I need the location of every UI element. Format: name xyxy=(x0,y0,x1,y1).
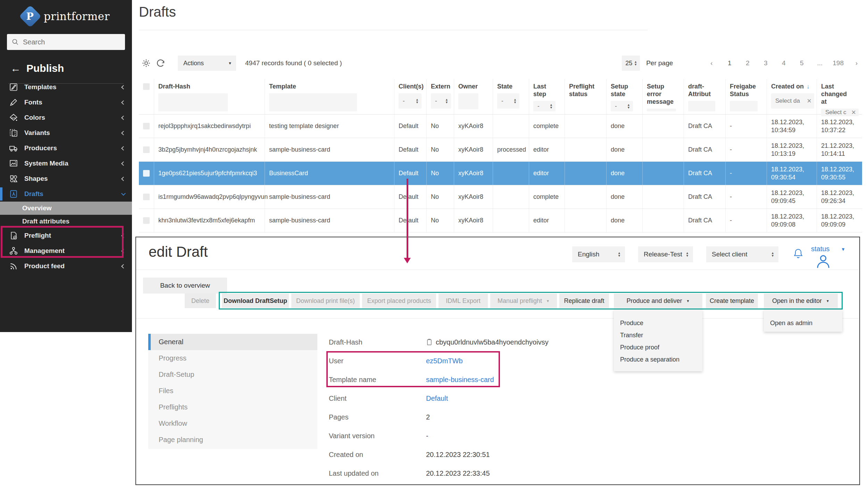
menu-item-produce[interactable]: Produce xyxy=(614,317,702,329)
sidebar-item-product-feed[interactable]: Product feed xyxy=(0,259,132,274)
filter-owner[interactable] xyxy=(458,93,478,109)
sidebar-item-draft-attributes[interactable]: Draft attributes xyxy=(0,215,132,228)
per-page-select[interactable]: 25 ▲▼ xyxy=(622,56,640,71)
sidebar-item-system-media[interactable]: System Media xyxy=(0,156,132,171)
sidebar-back-publish[interactable]: ← Publish xyxy=(10,62,132,74)
sidebar-item-shapes[interactable]: Shapes xyxy=(0,171,132,186)
sidebar-item-colors[interactable]: Colors xyxy=(0,110,132,125)
release-select[interactable]: Release-Test ▲▼ xyxy=(638,246,693,262)
cell-setup-state: done xyxy=(607,115,643,138)
sidebar-search[interactable]: Search xyxy=(7,34,125,50)
page-3[interactable]: 3 xyxy=(760,59,771,67)
tab-preflights[interactable]: Preflights xyxy=(148,399,317,415)
table-row[interactable]: rejol3ppphxjrq1sakcbedirwsdytrpi testing… xyxy=(139,115,862,138)
filter-clients[interactable]: -▲▼ xyxy=(399,93,422,109)
cell-preflight-status xyxy=(565,185,607,209)
table-row[interactable]: khn3nlutwi3fevtlzx8m5xfej6ekapfm sample-… xyxy=(139,209,862,232)
table-row[interactable]: is1rmgumdw96awadq2pvp6qlpyngyvun sample-… xyxy=(139,185,862,209)
download-draftsetup-button[interactable]: Download DraftSetup xyxy=(222,294,289,308)
template-link[interactable]: sample-business-card xyxy=(426,376,494,384)
row-checkbox[interactable] xyxy=(143,217,150,224)
actions-dropdown[interactable]: Actions ▼ xyxy=(178,56,236,71)
tab-general[interactable]: General xyxy=(148,334,317,350)
page-198[interactable]: 198 xyxy=(833,59,844,67)
row-checkbox[interactable] xyxy=(143,146,150,153)
filter-created-on[interactable]: Select da× xyxy=(771,93,814,109)
client-select[interactable]: Select client ▲▼ xyxy=(706,246,778,262)
cell-last-step: complete xyxy=(529,115,565,138)
filter-draft-attribut[interactable] xyxy=(688,101,715,111)
prev-page-icon[interactable]: ‹ xyxy=(706,59,717,67)
menu-item-open-as-admin[interactable]: Open as admin xyxy=(764,317,842,329)
back-to-overview-button[interactable]: Back to overview xyxy=(143,278,227,294)
tab-page-planning[interactable]: Page planning xyxy=(148,432,317,448)
page-5[interactable]: 5 xyxy=(796,59,807,67)
tab-files[interactable]: Files xyxy=(148,383,317,399)
replicate-draft-button[interactable]: Replicate draft xyxy=(559,294,609,308)
table-row-selected[interactable]: 1ge0ps621pies5ujur9pfchfpmrkcqi3 Busines… xyxy=(139,162,862,185)
sidebar-item-fonts[interactable]: Fonts xyxy=(0,95,132,110)
row-checkbox[interactable] xyxy=(143,194,150,200)
idml-export-button[interactable]: IDML Export xyxy=(439,294,488,308)
status-dropdown[interactable]: status xyxy=(811,245,829,253)
filter-freigabe-status[interactable] xyxy=(730,101,758,111)
download-print-files-button[interactable]: Download print file(s) xyxy=(291,294,360,308)
sort-desc-icon[interactable]: ↓ xyxy=(807,83,810,90)
export-placed-products-button[interactable]: Export placed products xyxy=(362,294,436,308)
management-icon xyxy=(8,246,19,255)
clear-icon[interactable]: × xyxy=(807,97,811,105)
filter-state[interactable]: -▲▼ xyxy=(497,93,519,109)
printformer-logo-icon: P xyxy=(19,5,41,27)
user-link[interactable]: ez5DmTWb xyxy=(426,357,463,365)
filter-draft-hash[interactable] xyxy=(158,93,228,111)
cell-clients: Default xyxy=(394,115,427,138)
sidebar-item-producers[interactable]: Producers xyxy=(0,141,132,156)
cell-template: sample-business-card xyxy=(265,138,394,161)
produce-and-deliver-button[interactable]: Produce and deliver▼ xyxy=(614,294,702,308)
table-row[interactable]: 3b2pg5jbymhvjnj4h0nzrcgojazhsjnk sample-… xyxy=(139,138,862,162)
filter-last-step[interactable]: -▲▼ xyxy=(533,101,556,111)
user-avatar-icon[interactable] xyxy=(815,254,831,270)
delete-button[interactable]: Delete xyxy=(185,294,216,308)
create-template-button[interactable]: Create template xyxy=(706,294,758,308)
filter-extern[interactable]: -▲▼ xyxy=(431,93,451,109)
page-4[interactable]: 4 xyxy=(778,59,789,67)
next-page-icon[interactable]: › xyxy=(851,59,862,67)
manual-preflight-button[interactable]: Manual preflight▼ xyxy=(490,294,557,308)
shapes-icon xyxy=(8,174,19,183)
page-2[interactable]: 2 xyxy=(742,59,753,67)
gear-icon[interactable] xyxy=(139,56,153,70)
sidebar-item-management[interactable]: Management xyxy=(0,243,132,259)
cell-setup-state: done xyxy=(607,209,643,232)
open-in-editor-button[interactable]: Open in the editor▼ xyxy=(764,294,838,308)
sidebar-item-templates[interactable]: Templates xyxy=(0,79,132,95)
chevron-left-icon xyxy=(121,100,126,105)
row-checkbox[interactable] xyxy=(143,170,150,177)
filter-setup-state[interactable]: -▲▼ xyxy=(611,101,633,111)
filter-template[interactable] xyxy=(269,93,357,111)
tab-draft-setup[interactable]: Draft-Setup xyxy=(148,366,317,383)
refresh-icon[interactable] xyxy=(153,56,168,70)
sidebar-nav: Templates Fonts Colors Variants Producer… xyxy=(0,79,132,274)
language-select[interactable]: English ▲▼ xyxy=(572,246,625,262)
sidebar-item-drafts[interactable]: Drafts xyxy=(0,186,132,202)
copy-icon[interactable] xyxy=(426,338,432,346)
menu-item-transfer[interactable]: Transfer xyxy=(614,329,702,341)
select-all-checkbox[interactable] xyxy=(143,83,150,90)
filter-setup-error[interactable] xyxy=(647,109,676,111)
menu-item-produce-proof[interactable]: Produce proof xyxy=(614,341,702,354)
tab-workflow[interactable]: Workflow xyxy=(148,415,317,432)
page-1[interactable]: 1 xyxy=(724,59,735,67)
sidebar-item-preflight[interactable]: Preflight xyxy=(0,228,132,243)
cell-preflight-status xyxy=(565,162,607,185)
row-checkbox[interactable] xyxy=(143,123,150,129)
sidebar-item-overview[interactable]: Overview xyxy=(0,202,132,215)
sidebar-item-variants[interactable]: Variants xyxy=(0,125,132,141)
menu-item-produce-separation[interactable]: Produce a separation xyxy=(614,354,702,366)
client-link[interactable]: Default xyxy=(426,395,448,402)
pager: ‹ 1 2 3 4 5 ... 198 › xyxy=(699,59,862,67)
cell-preflight-status xyxy=(565,115,607,138)
bell-icon[interactable] xyxy=(793,248,803,261)
caret-down-icon[interactable]: ▼ xyxy=(841,247,845,252)
tab-progress[interactable]: Progress xyxy=(148,350,317,366)
